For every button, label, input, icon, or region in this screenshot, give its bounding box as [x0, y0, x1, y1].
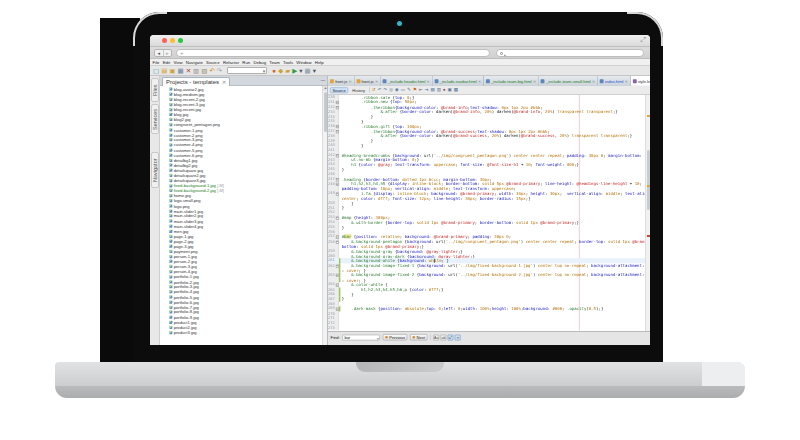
nav-buttons[interactable]: ◂ ▸: [154, 49, 172, 57]
warning-mark: [647, 185, 650, 187]
more-dropdown-icon[interactable]: ▾: [313, 66, 316, 75]
back-icon[interactable]: ◂: [155, 50, 163, 56]
minimize-panel-icon[interactable]: ─: [321, 77, 325, 83]
zoom-window-button[interactable]: [178, 38, 183, 43]
shift-right-icon[interactable]: ⇥: [425, 87, 429, 94]
back-icon[interactable]: ↶: [377, 87, 381, 94]
code-editor[interactable]: 230 .ribbon.sale {top: 0;}231 .ribbon.ne…: [328, 95, 645, 331]
toggle-highlight-icon[interactable]: ▭: [401, 87, 405, 94]
memory-icon[interactable]: ▦: [305, 66, 311, 75]
tree-item-label: portfolio-1.jpg: [174, 274, 199, 279]
redo-icon[interactable]: ↷: [217, 66, 222, 75]
cut-icon[interactable]: ✕: [186, 66, 191, 75]
next-bookmark-icon[interactable]: ⚑: [413, 87, 417, 94]
find-option-toggle[interactable]: Aa: [433, 334, 439, 340]
find-previous-button[interactable]: Previous: [383, 334, 408, 341]
close-window-button[interactable]: [162, 38, 167, 43]
code-line[interactable]: 273: [328, 326, 645, 331]
key-icon[interactable]: ◆: [278, 66, 283, 75]
browser-select-icon[interactable]: ●: [272, 66, 276, 75]
history-view-button[interactable]: History: [350, 88, 367, 93]
menu-help[interactable]: Help: [315, 60, 324, 65]
forward-icon[interactable]: ▸: [163, 50, 172, 56]
close-icon[interactable]: ✕: [533, 79, 536, 84]
uncomment-icon[interactable]: ▩: [454, 87, 458, 94]
run-icon[interactable]: ▶: [292, 66, 297, 75]
menu-view[interactable]: View: [173, 60, 182, 65]
forward-icon[interactable]: ↷: [383, 87, 387, 94]
tab-projects[interactable]: Projects - templates ✕: [162, 77, 230, 86]
menu-debug[interactable]: Debug: [253, 60, 266, 65]
editor-tab[interactable]: _include-header.html✕: [381, 76, 433, 86]
find-option-toggle[interactable]: a*: [448, 334, 454, 340]
image-file-icon: [169, 184, 172, 187]
find-option-toggle[interactable]: ≡: [455, 334, 461, 340]
image-file-icon: [169, 260, 172, 263]
source-view-button[interactable]: Source: [330, 87, 348, 93]
image-file-icon: [169, 143, 172, 146]
sidebar-tab-services[interactable]: Services: [151, 104, 159, 134]
html-file-icon: [434, 79, 438, 83]
close-icon[interactable]: ✕: [427, 79, 430, 84]
menu-window[interactable]: Window: [296, 60, 311, 65]
minimize-window-button[interactable]: [170, 38, 175, 43]
find-next-button[interactable]: Next: [410, 334, 427, 341]
last-edit-icon[interactable]: ↺: [372, 87, 376, 94]
close-icon[interactable]: ✕: [592, 79, 595, 84]
shift-left-icon[interactable]: ⇤: [419, 87, 423, 94]
menu-tools[interactable]: Tools: [283, 60, 293, 65]
find-selection-icon[interactable]: ◎: [389, 87, 393, 94]
close-icon[interactable]: ✕: [375, 79, 378, 84]
previous-bookmark-icon[interactable]: ✎: [407, 87, 411, 94]
menu-run[interactable]: Run: [242, 60, 250, 65]
close-icon[interactable]: ✕: [222, 78, 226, 86]
find-option-toggle[interactable]: ab: [440, 334, 446, 340]
editor-tab[interactable]: _include-team-big.html✕: [484, 76, 539, 86]
config-combobox[interactable]: [227, 67, 267, 74]
editor-tab-label: _include-team-small.html: [546, 79, 591, 84]
close-icon[interactable]: ✕: [625, 79, 628, 84]
close-icon[interactable]: ✕: [478, 79, 481, 84]
editor-tab[interactable]: _include-team-small.html✕: [539, 76, 598, 86]
search-input[interactable]: [496, 49, 644, 57]
menu-edit[interactable]: Edit: [163, 60, 170, 65]
stop-macro-icon[interactable]: ▥: [437, 87, 441, 94]
close-icon[interactable]: ✕: [349, 79, 352, 84]
paste-icon[interactable]: ▧: [201, 66, 207, 75]
editor-tab[interactable]: _include-navbar.html✕: [432, 76, 483, 86]
record-icon[interactable]: ●: [443, 87, 446, 94]
js-file-icon: [356, 79, 360, 83]
menu-refactor[interactable]: Refactor: [223, 60, 239, 65]
find-previous-icon[interactable]: ◉: [395, 87, 399, 94]
new-file-icon[interactable]: ▢: [153, 66, 159, 75]
editor-tab[interactable]: index.html✕: [598, 76, 631, 86]
tree-item-label: portfolio-9.jpg: [174, 315, 199, 320]
panel-tab-label: Projects - templates: [166, 78, 219, 86]
comment-icon[interactable]: ▣: [448, 87, 452, 94]
editor-scrollbar[interactable]: [645, 95, 650, 331]
editor-tab[interactable]: style.less✕: [631, 76, 650, 86]
scrollbar-thumb[interactable]: [647, 150, 651, 210]
editor-tab[interactable]: front.js✕: [328, 76, 354, 86]
start-macro-icon[interactable]: ▤: [430, 87, 434, 94]
undo-icon[interactable]: ↶: [209, 66, 214, 75]
menu-file[interactable]: File: [153, 60, 160, 65]
sidebar-tab-navigator[interactable]: Navigator: [151, 152, 159, 188]
url-field[interactable]: +: [176, 49, 490, 57]
find-input[interactable]: bar: [342, 334, 380, 340]
file-tree[interactable]: blog-avatar2.jpgblog-medium.jpgblog-rece…: [160, 86, 322, 345]
copy-icon[interactable]: ▥: [193, 66, 199, 75]
deploy-icon[interactable]: ▰: [285, 66, 290, 75]
run-dropdown-icon[interactable]: ▾: [299, 66, 302, 75]
tree-item[interactable]: product3.jpg: [169, 330, 322, 335]
editor-tab[interactable]: front.js✕: [354, 76, 380, 86]
sidebar-tab-files[interactable]: Files: [151, 78, 159, 102]
html-file-icon: [383, 79, 387, 83]
menu-source[interactable]: Source: [206, 60, 220, 65]
menu-team[interactable]: Team: [269, 60, 279, 65]
new-project-icon[interactable]: ▤: [161, 66, 167, 75]
menu-navigate[interactable]: Navigate: [186, 60, 203, 65]
save-all-icon[interactable]: ▦: [177, 66, 183, 75]
window-titlebar: ⤢: [150, 35, 650, 47]
open-project-icon[interactable]: ▣: [169, 66, 175, 75]
